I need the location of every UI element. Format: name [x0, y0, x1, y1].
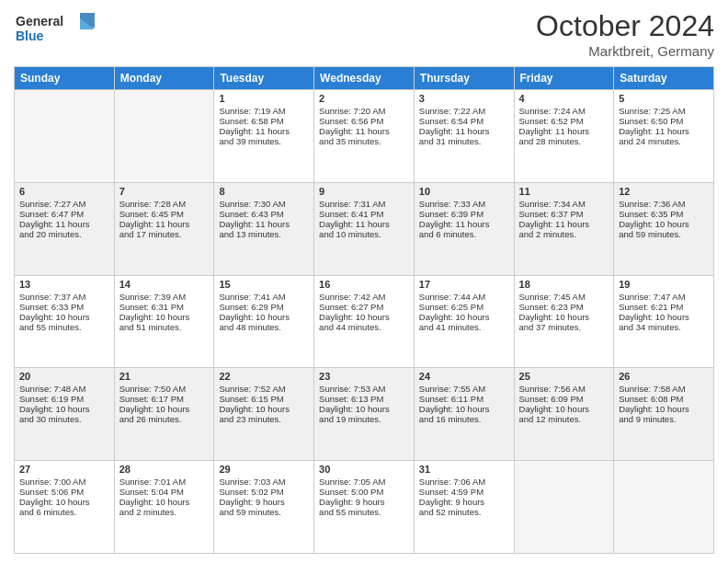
sunrise-line: Sunrise: 7:58 AM — [619, 384, 709, 394]
daylight-line2: and 6 minutes. — [419, 229, 509, 239]
sunset-line: Sunset: 6:25 PM — [419, 302, 509, 312]
daylight-line1: Daylight: 10 hours — [119, 404, 210, 414]
day-number: 19 — [619, 279, 709, 290]
calendar-cell: 21Sunrise: 7:50 AMSunset: 6:17 PMDayligh… — [114, 368, 214, 461]
day-number: 12 — [619, 186, 709, 197]
calendar-subtitle: Marktbreit, Germany — [536, 43, 714, 59]
title-block: October 2024 Marktbreit, Germany — [536, 9, 714, 59]
daylight-line1: Daylight: 10 hours — [19, 312, 109, 322]
sunset-line: Sunset: 6:15 PM — [219, 394, 309, 404]
daylight-line2: and 9 minutes. — [619, 414, 709, 424]
daylight-line2: and 2 minutes. — [519, 229, 609, 239]
calendar-cell: 4Sunrise: 7:24 AMSunset: 6:52 PMDaylight… — [514, 90, 614, 183]
sunrise-line: Sunrise: 7:19 AM — [219, 106, 309, 116]
calendar-cell: 22Sunrise: 7:52 AMSunset: 6:15 PMDayligh… — [214, 368, 314, 461]
day-number: 1 — [219, 93, 309, 104]
daylight-line1: Daylight: 10 hours — [519, 404, 609, 414]
day-number: 9 — [319, 186, 409, 197]
sunset-line: Sunset: 6:31 PM — [119, 302, 210, 312]
day-number: 4 — [519, 93, 609, 104]
sunset-line: Sunset: 4:59 PM — [419, 487, 509, 497]
daylight-line1: Daylight: 11 hours — [519, 219, 609, 229]
sunrise-line: Sunrise: 7:55 AM — [419, 384, 509, 394]
daylight-line1: Daylight: 10 hours — [319, 312, 409, 322]
sunrise-line: Sunrise: 7:05 AM — [319, 477, 409, 487]
daylight-line1: Daylight: 10 hours — [19, 404, 109, 414]
day-number: 22 — [219, 371, 309, 382]
sunrise-line: Sunrise: 7:37 AM — [19, 292, 109, 302]
calendar-cell: 9Sunrise: 7:31 AMSunset: 6:41 PMDaylight… — [314, 182, 415, 275]
sunrise-line: Sunrise: 7:52 AM — [219, 384, 309, 394]
sunset-line: Sunset: 6:56 PM — [319, 116, 409, 126]
daylight-line2: and 44 minutes. — [319, 322, 409, 332]
calendar-cell — [514, 461, 614, 554]
calendar-cell: 30Sunrise: 7:05 AMSunset: 5:00 PMDayligh… — [314, 461, 415, 554]
daylight-line2: and 51 minutes. — [119, 322, 210, 332]
calendar-cell: 18Sunrise: 7:45 AMSunset: 6:23 PMDayligh… — [514, 275, 614, 368]
calendar-cell: 20Sunrise: 7:48 AMSunset: 6:19 PMDayligh… — [15, 368, 115, 461]
daylight-line1: Daylight: 10 hours — [319, 404, 409, 414]
calendar-cell: 14Sunrise: 7:39 AMSunset: 6:31 PMDayligh… — [114, 275, 214, 368]
daylight-line2: and 20 minutes. — [19, 229, 109, 239]
sunset-line: Sunset: 6:35 PM — [619, 209, 709, 219]
sunrise-line: Sunrise: 7:45 AM — [519, 292, 609, 302]
sunrise-line: Sunrise: 7:48 AM — [19, 384, 109, 394]
sunrise-line: Sunrise: 7:06 AM — [419, 477, 509, 487]
svg-text:Blue: Blue — [16, 29, 44, 43]
calendar-cell: 24Sunrise: 7:55 AMSunset: 6:11 PMDayligh… — [414, 368, 514, 461]
daylight-line1: Daylight: 9 hours — [319, 497, 409, 507]
daylight-line2: and 19 minutes. — [319, 414, 409, 424]
sunrise-line: Sunrise: 7:27 AM — [19, 199, 109, 209]
day-number: 6 — [19, 186, 109, 197]
daylight-line2: and 52 minutes. — [419, 507, 509, 517]
sunrise-line: Sunrise: 7:56 AM — [519, 384, 609, 394]
calendar-cell: 31Sunrise: 7:06 AMSunset: 4:59 PMDayligh… — [414, 461, 514, 554]
daylight-line2: and 10 minutes. — [319, 229, 409, 239]
sunrise-line: Sunrise: 7:01 AM — [119, 477, 210, 487]
sunset-line: Sunset: 6:29 PM — [219, 302, 309, 312]
calendar-week-row: 27Sunrise: 7:00 AMSunset: 5:06 PMDayligh… — [15, 461, 714, 554]
day-number: 7 — [119, 186, 210, 197]
sunrise-line: Sunrise: 7:28 AM — [119, 199, 210, 209]
day-number: 3 — [419, 93, 509, 104]
col-header-wednesday: Wednesday — [314, 67, 415, 90]
sunrise-line: Sunrise: 7:50 AM — [119, 384, 210, 394]
daylight-line1: Daylight: 9 hours — [419, 497, 509, 507]
sunrise-line: Sunrise: 7:41 AM — [219, 292, 309, 302]
daylight-line1: Daylight: 9 hours — [219, 497, 309, 507]
calendar-week-row: 6Sunrise: 7:27 AMSunset: 6:47 PMDaylight… — [15, 182, 714, 275]
day-number: 21 — [119, 371, 210, 382]
header: General Blue October 2024 Marktbreit, Ge… — [14, 9, 714, 59]
sunrise-line: Sunrise: 7:34 AM — [519, 199, 609, 209]
daylight-line1: Daylight: 10 hours — [119, 497, 210, 507]
day-number: 2 — [319, 93, 409, 104]
daylight-line1: Daylight: 11 hours — [19, 219, 109, 229]
calendar-cell: 23Sunrise: 7:53 AMSunset: 6:13 PMDayligh… — [314, 368, 415, 461]
day-number: 28 — [119, 464, 210, 475]
sunset-line: Sunset: 6:47 PM — [19, 209, 109, 219]
day-number: 15 — [219, 279, 309, 290]
sunrise-line: Sunrise: 7:47 AM — [619, 292, 709, 302]
col-header-tuesday: Tuesday — [214, 67, 314, 90]
daylight-line2: and 16 minutes. — [419, 414, 509, 424]
daylight-line1: Daylight: 10 hours — [19, 497, 109, 507]
sunrise-line: Sunrise: 7:33 AM — [419, 199, 509, 209]
sunrise-line: Sunrise: 7:39 AM — [119, 292, 210, 302]
day-number: 5 — [619, 93, 709, 104]
calendar-cell: 29Sunrise: 7:03 AMSunset: 5:02 PMDayligh… — [214, 461, 314, 554]
daylight-line1: Daylight: 11 hours — [519, 126, 609, 136]
sunset-line: Sunset: 6:54 PM — [419, 116, 509, 126]
daylight-line2: and 23 minutes. — [219, 414, 309, 424]
daylight-line1: Daylight: 10 hours — [619, 312, 709, 322]
calendar-cell: 25Sunrise: 7:56 AMSunset: 6:09 PMDayligh… — [514, 368, 614, 461]
daylight-line1: Daylight: 11 hours — [419, 126, 509, 136]
day-number: 17 — [419, 279, 509, 290]
daylight-line1: Daylight: 10 hours — [619, 219, 709, 229]
calendar-week-row: 1Sunrise: 7:19 AMSunset: 6:58 PMDaylight… — [15, 90, 714, 183]
col-header-thursday: Thursday — [414, 67, 514, 90]
calendar-cell: 1Sunrise: 7:19 AMSunset: 6:58 PMDaylight… — [214, 90, 314, 183]
daylight-line2: and 37 minutes. — [519, 322, 609, 332]
day-number: 16 — [319, 279, 409, 290]
sunset-line: Sunset: 6:23 PM — [519, 302, 609, 312]
sunset-line: Sunset: 6:27 PM — [319, 302, 409, 312]
